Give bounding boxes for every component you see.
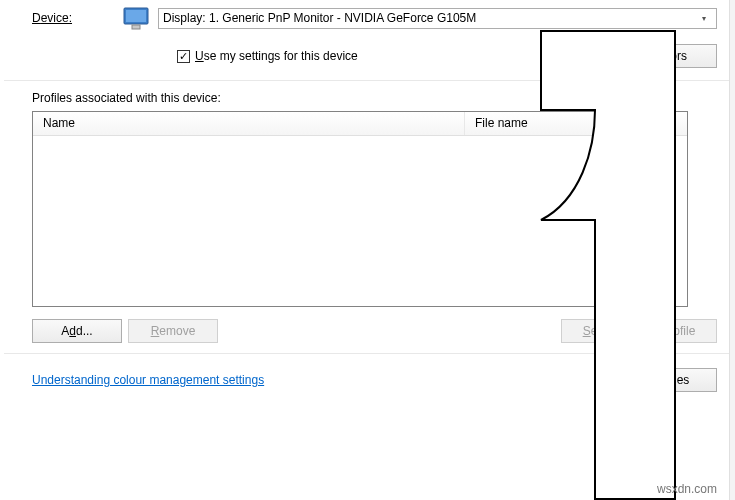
use-settings-label: Use my settings for this device <box>195 49 358 63</box>
profiles-list[interactable]: Name File name <box>32 111 688 307</box>
monitor-icon <box>122 6 150 30</box>
identify-monitors-button[interactable]: Identify monitors <box>569 44 717 68</box>
watermark: wsxdn.com <box>657 482 717 496</box>
set-default-button: Set as Default Profile <box>561 319 717 343</box>
column-name[interactable]: Name <box>33 112 465 135</box>
profiles-label: Profiles associated with this device: <box>32 91 717 105</box>
profiles-list-header: Name File name <box>33 112 687 136</box>
chevron-down-icon: ▾ <box>695 14 712 23</box>
svg-rect-2 <box>132 25 140 29</box>
add-button[interactable]: Add... <box>32 319 122 343</box>
device-dropdown-value: Display: 1. Generic PnP Monitor - NVIDIA… <box>163 11 695 25</box>
column-filename[interactable]: File name <box>465 112 687 135</box>
device-dropdown[interactable]: Display: 1. Generic PnP Monitor - NVIDIA… <box>158 8 717 29</box>
scrollbar-edge <box>729 0 735 500</box>
remove-button: Remove <box>128 319 218 343</box>
svg-rect-1 <box>126 10 146 22</box>
device-label: Device: <box>14 11 114 25</box>
use-settings-checkbox[interactable]: ✓ <box>177 50 190 63</box>
understanding-link[interactable]: Understanding colour management settings <box>32 373 264 387</box>
properties-button[interactable]: Properties <box>607 368 717 392</box>
